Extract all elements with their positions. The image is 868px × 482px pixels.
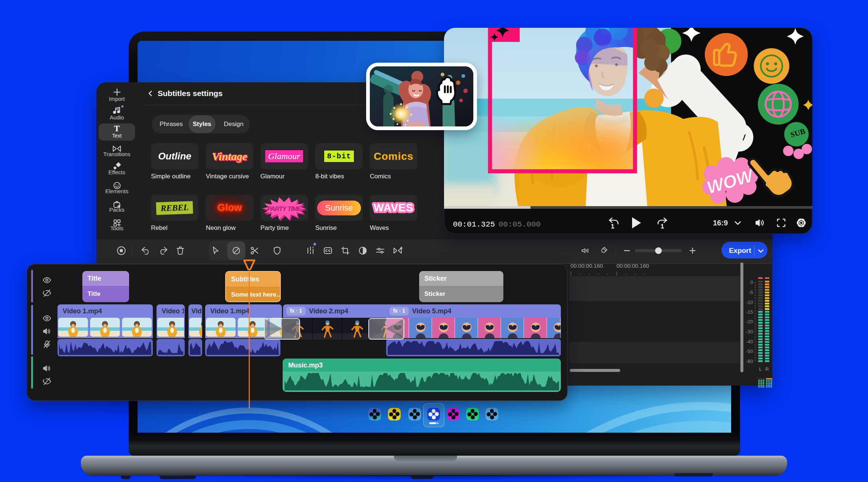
svg-text:WAVES: WAVES xyxy=(374,202,414,214)
svg-text:PARTY TIME: PARTY TIME xyxy=(267,205,302,212)
